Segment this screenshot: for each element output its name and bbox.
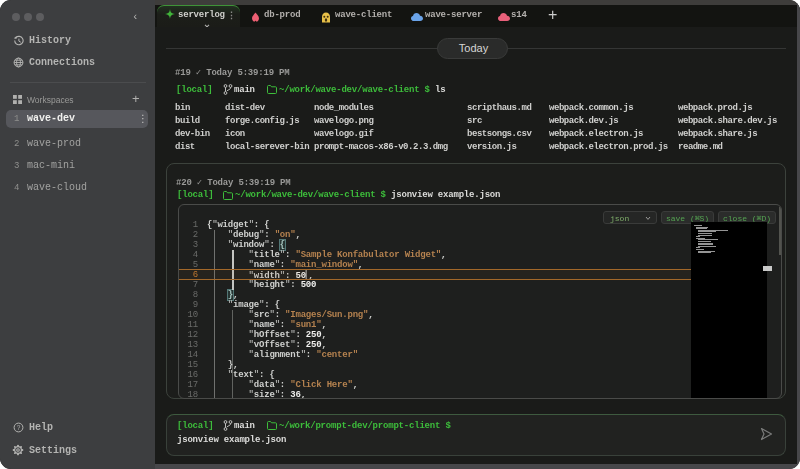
svg-text:?: ? xyxy=(17,424,21,431)
